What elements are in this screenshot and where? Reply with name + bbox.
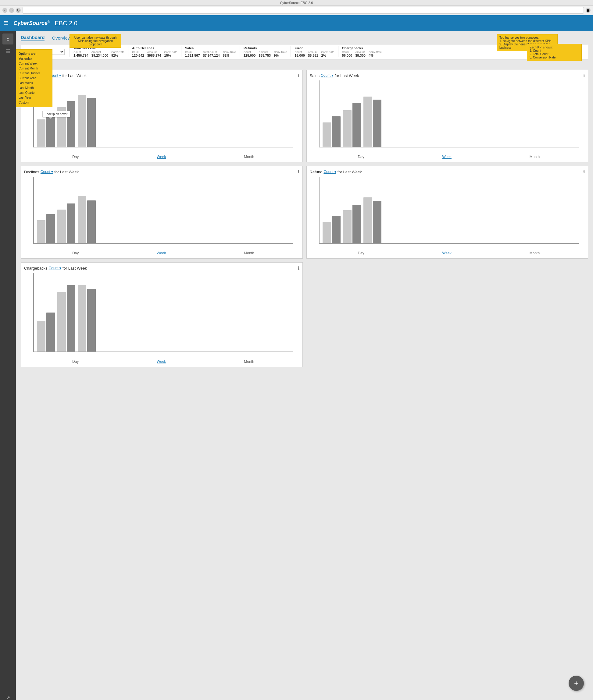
chargebacks-week-bar-dark bbox=[67, 285, 75, 352]
auth-count-chart-title: Authorization Count ▾ for Last Week ℹ bbox=[24, 73, 300, 78]
kpi-auth-declines-values: Count120,642 Amount$985,974 Conv-Rate15% bbox=[132, 51, 177, 57]
sidebar-share-icon[interactable]: ↗ bbox=[2, 692, 13, 700]
refund-count-kpi-dropdown[interactable]: Count ▾ bbox=[323, 170, 336, 174]
hamburger-icon[interactable]: ☰ bbox=[4, 20, 8, 27]
chargebacks-day-bar-light bbox=[37, 321, 45, 352]
chargebacks-count-day-label[interactable]: Day bbox=[72, 359, 79, 364]
auth-count-day-label[interactable]: Day bbox=[72, 155, 79, 159]
refund-count-month-label[interactable]: Month bbox=[529, 251, 540, 255]
sidebar-home-icon[interactable]: ⌂ bbox=[2, 34, 13, 44]
declines-count-week-label[interactable]: Week bbox=[157, 251, 166, 255]
refund-count-x-labels: Day Week Month bbox=[310, 250, 585, 255]
sales-count-day-label[interactable]: Day bbox=[358, 155, 364, 159]
address-bar[interactable] bbox=[23, 7, 584, 14]
declines-count-month-label[interactable]: Month bbox=[244, 251, 254, 255]
chargebacks-count-month-label[interactable]: Month bbox=[244, 359, 254, 364]
refund-count-week-label[interactable]: Week bbox=[442, 251, 451, 255]
kpi-auth-success-values: Count1,456,794 Amount$9,234,000 Conv-Rat… bbox=[74, 51, 124, 57]
chargebacks-week-bars bbox=[57, 285, 75, 352]
declines-day-bar-dark bbox=[46, 214, 55, 243]
kpi-refunds-values: Count125,000 Amount$85,753 Conv-Rate9% bbox=[244, 51, 287, 57]
kpi-error-title: Error bbox=[294, 46, 334, 50]
refund-count-suffix: for Last Week bbox=[338, 170, 362, 174]
cybersource-logo: CyberSource® bbox=[13, 20, 50, 27]
declines-count-chart: Declines Count ▾ for Last Week ℹ bbox=[21, 166, 303, 259]
fab-button[interactable]: + bbox=[568, 675, 584, 691]
sales-count-month-label[interactable]: Month bbox=[529, 155, 540, 159]
browser-title: CyberSource EBC 2.0 bbox=[280, 1, 313, 5]
kpi-chargebacks-title: Chargebacks bbox=[342, 46, 382, 50]
declines-month-bar-dark bbox=[87, 201, 96, 243]
forward-button[interactable]: → bbox=[9, 8, 14, 13]
refund-day-bars bbox=[323, 216, 341, 243]
refund-count-info-icon[interactable]: ℹ bbox=[583, 169, 585, 174]
sales-count-info-icon[interactable]: ℹ bbox=[583, 73, 585, 78]
refund-month-bars bbox=[363, 198, 382, 243]
refund-day-bar-dark bbox=[332, 216, 341, 243]
chargebacks-month-bar-dark bbox=[87, 289, 96, 352]
sales-month-bar-light bbox=[363, 96, 372, 147]
auth-count-week-label[interactable]: Week bbox=[157, 155, 166, 159]
logo-area: CyberSource® EBC 2.0 bbox=[13, 20, 77, 27]
kpi-error: Error Count15,000 Amount$5,851 Conv-Rate… bbox=[290, 46, 338, 57]
back-button[interactable]: ← bbox=[2, 8, 7, 13]
refund-count-chart: Refund Count ▾ for Last Week ℹ bbox=[306, 166, 588, 259]
refund-week-bar-dark bbox=[352, 205, 361, 243]
kpi-refunds-title: Refunds bbox=[244, 46, 287, 50]
auth-week-bars bbox=[57, 101, 75, 147]
chargebacks-count-info-icon[interactable]: ℹ bbox=[298, 266, 300, 270]
sales-week-bar-light bbox=[343, 110, 352, 147]
declines-month-bars bbox=[78, 196, 96, 243]
sidebar: ⌂ ☰ Options are: YesterdayCurrent WeekCu… bbox=[0, 31, 16, 700]
dashboard-nav-item[interactable]: Dashboard bbox=[21, 35, 44, 41]
sales-count-kpi-dropdown[interactable]: Count ▾ bbox=[321, 74, 333, 78]
auth-day-bar-light bbox=[37, 119, 45, 147]
chargebacks-count-chart-title: Chargebacks Count ▾ for Last Week ℹ bbox=[24, 266, 300, 270]
chargebacks-count-chart: Chargebacks Count ▾ for Last Week ℹ bbox=[21, 262, 303, 367]
sales-count-x-labels: Day Week Month bbox=[310, 154, 585, 159]
kpi-sales-values: Count1,321,567 Total Count$7,947,124 Con… bbox=[185, 51, 236, 57]
sales-month-bars bbox=[363, 96, 382, 147]
main-content: Dashboard Overview ▾ User can also navig… bbox=[16, 31, 593, 700]
top-nav-bar: ☰ CyberSource® EBC 2.0 bbox=[0, 15, 593, 31]
charts-row-2: Declines Count ▾ for Last Week ℹ bbox=[21, 166, 588, 259]
sales-count-suffix: for Last Week bbox=[334, 74, 359, 78]
kpi-tooltip: Each KPI shows:1. Count2. Total Count3. … bbox=[527, 44, 582, 61]
refund-count-chart-title: Refund Count ▾ for Last Week ℹ bbox=[310, 169, 585, 174]
sidebar-menu-icon[interactable]: ☰ bbox=[2, 46, 13, 57]
auth-count-chart: Authorization Count ▾ for Last Week ℹ bbox=[21, 70, 303, 162]
sales-day-bar-light bbox=[323, 123, 331, 147]
chargebacks-count-prefix: Chargebacks bbox=[24, 266, 47, 270]
showing-row: Showing Count ▾ bbox=[21, 62, 588, 67]
refresh-button[interactable]: ↻ bbox=[16, 8, 21, 13]
auth-count-info-icon[interactable]: ℹ bbox=[298, 73, 300, 78]
sales-week-bar-dark bbox=[352, 103, 361, 147]
declines-count-prefix: Declines bbox=[24, 170, 39, 174]
refund-count-day-label[interactable]: Day bbox=[358, 251, 364, 255]
declines-count-kpi-dropdown[interactable]: Count ▾ bbox=[41, 170, 53, 174]
auth-count-month-label[interactable]: Month bbox=[244, 155, 254, 159]
auth-count-suffix: for Last Week bbox=[62, 74, 87, 78]
chargebacks-count-chart-area bbox=[33, 273, 293, 352]
menu-button[interactable]: ☰ bbox=[586, 8, 591, 13]
kpi-auth-success: Auth Success Count1,456,794 Amount$9,234… bbox=[70, 46, 128, 57]
sales-count-week-label[interactable]: Week bbox=[442, 155, 451, 159]
kpi-refunds: Refunds Count125,000 Amount$85,753 Conv-… bbox=[240, 46, 291, 57]
auth-week-bar-dark bbox=[67, 101, 75, 147]
app-title: EBC 2.0 bbox=[54, 20, 77, 27]
sales-count-prefix: Sales bbox=[310, 74, 320, 78]
chargebacks-count-week-label[interactable]: Week bbox=[157, 359, 166, 364]
date-options-tooltip: Options are: YesterdayCurrent WeekCurren… bbox=[16, 49, 52, 107]
kpi-error-values: Count15,000 Amount$5,851 Conv-Rate2% bbox=[294, 51, 334, 57]
sales-month-bar-dark bbox=[373, 100, 382, 147]
declines-count-x-labels: Day Week Month bbox=[24, 250, 300, 255]
declines-count-day-label[interactable]: Day bbox=[72, 251, 79, 255]
declines-count-info-icon[interactable]: ℹ bbox=[298, 169, 300, 174]
refund-day-bar-light bbox=[323, 222, 331, 243]
auth-count-chart-area bbox=[33, 80, 293, 147]
declines-week-bars bbox=[57, 204, 75, 243]
browser-chrome: ← → ↻ ☰ bbox=[0, 6, 593, 15]
chargebacks-count-kpi-dropdown[interactable]: Count ▾ bbox=[49, 266, 61, 270]
chargebacks-month-bar-light bbox=[78, 285, 86, 352]
sales-count-chart: Sales Count ▾ for Last Week ℹ bbox=[306, 70, 588, 162]
